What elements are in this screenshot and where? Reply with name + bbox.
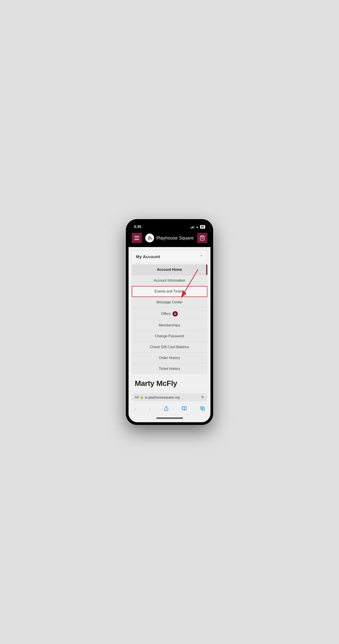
svg-rect-7 bbox=[200, 407, 203, 409]
menu-item-message-center[interactable]: Message Center bbox=[132, 297, 207, 308]
menu-list: Account Home Account Information Events … bbox=[132, 264, 207, 374]
menu-item-change-password[interactable]: Change Password bbox=[132, 331, 207, 342]
menu-item-label: Memberships bbox=[159, 323, 180, 327]
menu-item-label: Message Center bbox=[157, 300, 182, 304]
status-bar: 3:35 ▲ 85 bbox=[129, 222, 210, 231]
tabs-button[interactable] bbox=[198, 405, 206, 414]
main-content: My Account ⌃ Account Home Account Inform… bbox=[129, 247, 210, 391]
user-section: Marty McFly bbox=[132, 374, 207, 391]
phone-shell: 3:35 ▲ 85 bbox=[126, 219, 213, 425]
offers-row: Offers 0 bbox=[161, 311, 178, 316]
home-indicator bbox=[129, 416, 210, 422]
menu-item-label: Change Password bbox=[155, 334, 184, 338]
user-name: Marty McFly bbox=[135, 379, 177, 388]
forward-button[interactable]: › bbox=[148, 405, 152, 413]
home-bar bbox=[156, 418, 183, 419]
text-size-control[interactable]: AA bbox=[135, 396, 139, 399]
menu-item-label: Offers bbox=[161, 312, 171, 316]
logo-text: Playhouse Square bbox=[156, 236, 194, 240]
url-bar[interactable]: AA 🔒 ts.playhousesquare.org ↻ bbox=[132, 393, 207, 401]
browser-controls: ‹ › bbox=[129, 403, 210, 416]
cart-icon bbox=[200, 235, 205, 240]
menu-item-label: Events and Tickets bbox=[155, 290, 184, 294]
my-account-accordion[interactable]: My Account ⌃ bbox=[132, 250, 207, 263]
signal-icon bbox=[190, 226, 194, 228]
menu-item-gift-card[interactable]: Check Gift Card Balance bbox=[132, 342, 207, 352]
reload-icon[interactable]: ↻ bbox=[201, 395, 204, 399]
active-indicator bbox=[206, 264, 207, 275]
lock-icon: 🔒 bbox=[140, 396, 144, 399]
hamburger-icon bbox=[134, 236, 139, 236]
menu-item-account-home[interactable]: Account Home bbox=[132, 264, 207, 275]
status-time: 3:35 bbox=[134, 225, 141, 229]
menu-item-order-history[interactable]: Order History bbox=[132, 352, 207, 364]
url-text[interactable]: ts.playhousesquare.org bbox=[145, 396, 200, 399]
menu-wrapper: Account Home Account Information Events … bbox=[132, 264, 207, 374]
battery-indicator: 85 bbox=[200, 225, 205, 229]
status-right: ▲ 85 bbox=[190, 225, 205, 229]
accordion-title: My Account bbox=[136, 254, 160, 259]
menu-item-memberships[interactable]: Memberships bbox=[132, 320, 207, 331]
menu-button[interactable] bbox=[132, 233, 142, 243]
chevron-up-icon: ⌃ bbox=[200, 254, 203, 259]
share-button[interactable] bbox=[163, 405, 170, 414]
top-nav: P Playhouse Square bbox=[129, 231, 210, 247]
menu-item-account-information[interactable]: Account Information bbox=[132, 275, 207, 286]
menu-item-label: Account Information bbox=[154, 278, 185, 282]
menu-item-label: Ticket History bbox=[159, 367, 180, 371]
menu-item-label: Check Gift Card Balance bbox=[150, 345, 189, 349]
bookmarks-button[interactable] bbox=[180, 405, 188, 414]
logo-area: P Playhouse Square bbox=[145, 234, 194, 242]
menu-item-label: Order History bbox=[159, 356, 180, 360]
wifi-icon: ▲ bbox=[196, 225, 199, 229]
menu-item-label: Account Home bbox=[157, 268, 182, 272]
phone-screen: 3:35 ▲ 85 bbox=[129, 222, 210, 422]
back-button[interactable]: ‹ bbox=[133, 405, 137, 413]
offers-badge: 0 bbox=[172, 311, 178, 316]
logo-icon: P bbox=[145, 233, 155, 243]
menu-item-offers[interactable]: Offers 0 bbox=[132, 308, 207, 320]
menu-item-events-tickets[interactable]: Events and Tickets bbox=[132, 286, 207, 297]
browser-bar: AA 🔒 ts.playhousesquare.org ↻ bbox=[129, 391, 210, 403]
menu-item-ticket-history[interactable]: Ticket History bbox=[132, 364, 207, 374]
cart-button[interactable] bbox=[197, 233, 207, 243]
